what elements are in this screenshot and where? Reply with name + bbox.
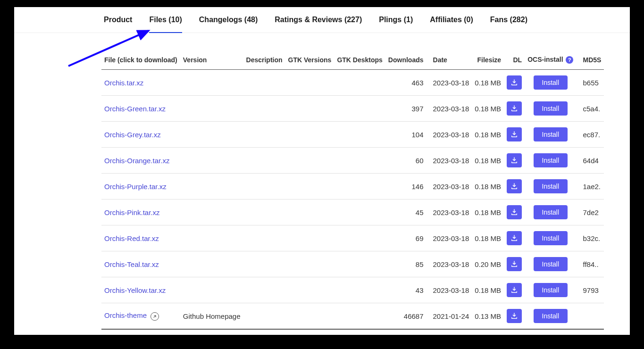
cell-date: 2023-03-18 [427,148,472,174]
file-link[interactable]: Orchis-Orange.tar.xz [104,157,169,165]
download-button[interactable] [507,231,522,245]
cell-downloads: 397 [385,96,427,122]
file-link[interactable]: Orchis-Teal.tar.xz [104,260,159,268]
col-date: Date [427,52,472,70]
cell-version [180,174,243,199]
download-button[interactable] [507,127,522,141]
file-link[interactable]: Orchis-Purple.tar.xz [104,183,167,191]
col-dl: DL [504,52,525,70]
col-ocs-install: OCS-install ? [525,52,576,70]
cell-downloads: 104 [385,122,427,148]
cell-filesize: 0.18 MB [472,277,504,303]
cell-downloads: 45 [385,199,427,225]
cell-date: 2023-03-18 [427,251,472,277]
help-icon[interactable]: ? [566,56,573,64]
cell-filesize: 0.18 MB [472,199,504,225]
cell-md5: 7de2 [576,199,604,225]
tab-product[interactable]: Product [104,16,132,33]
file-link[interactable]: Orchis.tar.xz [104,79,143,87]
download-button[interactable] [507,75,522,90]
cell-version [180,148,243,174]
files-content: File (click to download) Version Descrip… [14,33,580,335]
cell-filesize: 0.18 MB [472,96,504,122]
install-button[interactable]: Install [534,309,568,323]
cell-version [180,225,243,251]
table-footer-row: 10 files ( 334 archived )9.49 MB [101,329,604,335]
tab-changelogs-48[interactable]: Changelogs (48) [199,16,258,33]
download-button[interactable] [507,309,522,323]
col-downloads: Downloads [385,52,427,70]
cell-date: 2021-01-24 [427,303,472,330]
col-gtk-desktops: GTK Desktops [334,52,385,70]
col-file: File (click to download) [101,52,180,70]
cell-version [180,96,243,122]
install-button[interactable]: Install [534,101,568,116]
install-button[interactable]: Install [534,205,568,219]
cell-md5: ff84.. [576,251,604,277]
table-row: Orchis-Purple.tar.xz 1462023-03-180.18 M… [101,174,604,199]
install-button[interactable]: Install [534,153,568,167]
col-description: Description [243,52,285,70]
file-link[interactable]: Orchis-Grey.tar.xz [104,131,161,139]
table-row: Orchis-Pink.tar.xz 452023-03-180.18 MBIn… [101,199,604,225]
install-button[interactable]: Install [534,127,568,141]
tab-fans-282[interactable]: Fans (282) [490,16,527,33]
tab-affiliates-0[interactable]: Affiliates (0) [430,16,473,33]
tabs-bar: ProductFiles (10)Changelogs (48)Ratings … [14,7,630,33]
install-button[interactable]: Install [534,257,568,271]
download-button[interactable] [507,283,522,297]
cell-downloads: 146 [385,174,427,199]
download-button[interactable] [507,257,522,271]
cell-version [180,251,243,277]
cell-md5 [576,303,604,330]
cell-version [180,277,243,303]
cell-date: 2023-03-18 [427,277,472,303]
cell-version [180,70,243,96]
col-version: Version [180,52,243,70]
cell-md5: 9793 [576,277,604,303]
cell-version: Github Homepage [180,303,243,330]
cell-date: 2023-03-18 [427,225,472,251]
cell-filesize: 0.13 MB [472,303,504,330]
cell-filesize: 0.18 MB [472,70,504,96]
install-button[interactable]: Install [534,75,568,90]
install-button[interactable]: Install [534,231,568,245]
tab-files-10[interactable]: Files (10) [149,16,182,33]
table-header-row: File (click to download) Version Descrip… [101,52,604,70]
file-link[interactable]: Orchis-Red.tar.xz [104,234,159,242]
footer-total-size: 9.49 MB [427,329,504,335]
table-row: Orchis-Green.tar.xz 3972023-03-180.18 MB… [101,96,604,122]
install-button[interactable]: Install [534,283,568,297]
tab-ratings-reviews-227[interactable]: Ratings & Reviews (227) [275,16,362,33]
cell-downloads: 43 [385,277,427,303]
cell-date: 2023-03-18 [427,96,472,122]
col-filesize: Filesize [472,52,504,70]
file-link[interactable]: Orchis-Yellow.tar.xz [104,286,166,294]
footer-summary: 10 files ( 334 archived ) [101,329,427,335]
cell-md5: ec87. [576,122,604,148]
table-row: Orchis-theme Github Homepage466872021-01… [101,303,604,330]
install-button[interactable]: Install [534,179,568,193]
table-row: Orchis.tar.xz 4632023-03-180.18 MBInstal… [101,70,604,96]
cell-md5: c5a4. [576,96,604,122]
cell-filesize: 0.18 MB [472,174,504,199]
file-link[interactable]: Orchis-Green.tar.xz [104,105,166,113]
table-row: Orchis-Red.tar.xz 692023-03-180.18 MBIns… [101,225,604,251]
cell-version [180,199,243,225]
cell-downloads: 46687 [385,303,427,330]
cell-filesize: 0.18 MB [472,148,504,174]
cell-downloads: 69 [385,225,427,251]
download-button[interactable] [507,205,522,219]
download-button[interactable] [507,153,522,167]
files-table: File (click to download) Version Descrip… [101,52,604,335]
cell-md5: b32c. [576,225,604,251]
file-link[interactable]: Orchis-Pink.tar.xz [104,208,160,216]
col-gtk-versions: GTK Versions [285,52,335,70]
download-button[interactable] [507,179,522,193]
cell-md5: 64d4 [576,148,604,174]
download-button[interactable] [507,101,522,116]
tab-plings-1[interactable]: Plings (1) [379,16,413,33]
table-row: Orchis-Teal.tar.xz 852023-03-180.20 MBIn… [101,251,604,277]
file-link[interactable]: Orchis-theme [104,311,147,319]
cell-md5: 1ae2. [576,174,604,199]
